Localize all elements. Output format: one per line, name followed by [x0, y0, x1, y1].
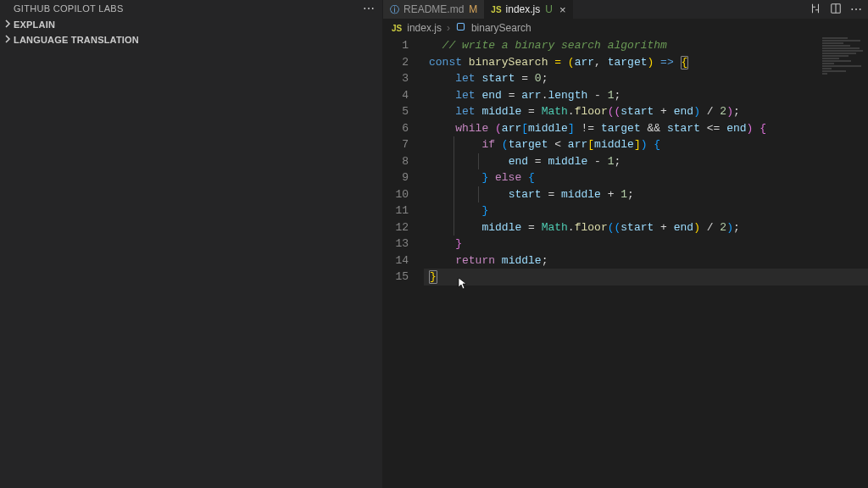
tab-indexjs[interactable]: JS index.js U ×: [484, 0, 572, 19]
breadcrumb-symbol[interactable]: binarySearch: [471, 22, 531, 34]
split-editor-icon[interactable]: [830, 3, 842, 17]
tab-label: index.js: [506, 3, 541, 15]
sidebar-header: GITHUB COPILOT LABS ⋯: [0, 0, 382, 17]
js-file-icon: JS: [392, 24, 402, 33]
sidebar-section-explain[interactable]: EXPLAIN: [0, 17, 382, 32]
symbol-icon: [455, 21, 466, 35]
compare-icon[interactable]: [810, 3, 821, 17]
tab-label: README.md: [403, 3, 464, 15]
chevron-right-icon: [3, 19, 12, 30]
breadcrumb-file[interactable]: index.js: [407, 22, 442, 34]
editor-area: ⓘ README.md M JS index.js U × ⋯ JS index…: [383, 0, 868, 488]
line-numbers-gutter: 123456789101112131415: [383, 37, 424, 488]
tab-modified-badge: M: [469, 3, 477, 15]
sidebar-panel: GITHUB COPILOT LABS ⋯ EXPLAIN LANGUAGE T…: [0, 0, 383, 488]
tab-untracked-badge: U: [545, 3, 553, 15]
tab-bar: ⓘ README.md M JS index.js U × ⋯: [383, 0, 868, 19]
info-icon: ⓘ: [390, 3, 399, 16]
sidebar-section-label: LANGUAGE TRANSLATION: [14, 35, 139, 45]
minimap[interactable]: [822, 37, 865, 71]
close-icon[interactable]: ×: [559, 4, 566, 15]
chevron-right-icon: ›: [447, 22, 450, 34]
tab-actions: ⋯: [810, 3, 863, 17]
tab-readme[interactable]: ⓘ README.md M: [383, 0, 484, 19]
more-icon[interactable]: ⋯: [850, 3, 863, 16]
sidebar-title: GITHUB COPILOT LABS: [14, 3, 124, 14]
sidebar-section-label: EXPLAIN: [14, 19, 55, 30]
code-content[interactable]: // write a binary search algorithmconst …: [424, 37, 868, 488]
code-editor[interactable]: 123456789101112131415 // write a binary …: [383, 37, 868, 488]
sidebar-section-translation[interactable]: LANGUAGE TRANSLATION: [0, 32, 382, 47]
chevron-right-icon: [3, 35, 12, 45]
js-file-icon: JS: [491, 5, 501, 14]
breadcrumbs[interactable]: JS index.js › binarySearch: [383, 19, 868, 37]
svg-rect-2: [457, 23, 464, 30]
more-icon[interactable]: ⋯: [363, 2, 376, 15]
